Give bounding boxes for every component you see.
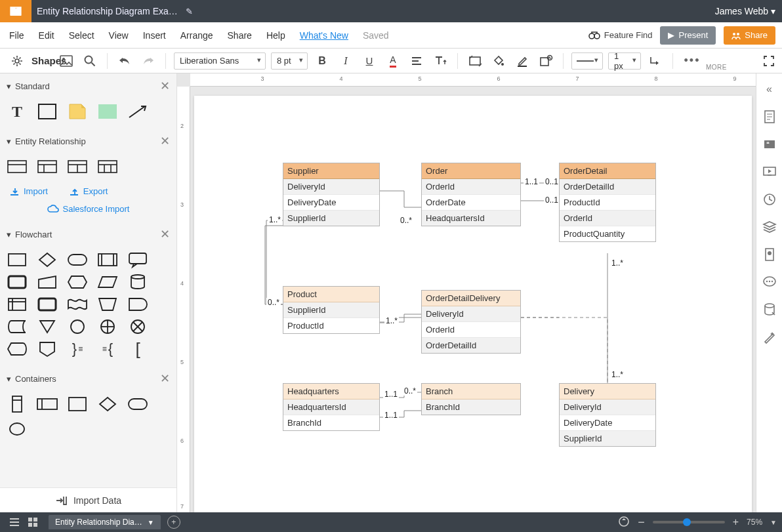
close-icon[interactable]: ✕ — [160, 227, 170, 241]
entity-order[interactable]: Order OrderId OrderDate HeadquartersId — [421, 163, 521, 226]
section-flowchart[interactable]: ▾ Flowchart✕ — [0, 222, 176, 247]
panel-page-icon[interactable] — [763, 110, 776, 123]
shape-er-1[interactable] — [7, 159, 28, 174]
fc-parallelogram[interactable] — [97, 274, 118, 290]
entity-delivery[interactable]: Delivery DeliveryId DeliveryDate Supplie… — [559, 383, 656, 447]
menu-file[interactable]: File — [9, 30, 24, 41]
menu-help[interactable]: Help — [266, 30, 285, 41]
cont-1[interactable] — [7, 396, 28, 412]
panel-history-icon[interactable] — [763, 193, 776, 206]
text-color-icon[interactable]: A — [384, 52, 402, 70]
fc-brace-close[interactable]: }≡ — [67, 341, 88, 357]
font-size-select[interactable]: 8 pt — [271, 52, 308, 70]
fc-or[interactable] — [97, 319, 118, 335]
fc-diamond[interactable] — [37, 252, 58, 268]
collapse-right-icon[interactable]: « — [763, 83, 776, 96]
fc-brace-open[interactable]: ≡{ — [97, 341, 118, 357]
zoom-level[interactable]: 75% — [747, 518, 762, 527]
entity-headquarters[interactable]: Headquarters HeadquartersId BranchId — [283, 383, 380, 431]
image-icon[interactable] — [57, 52, 75, 70]
rename-icon[interactable]: ✎ — [186, 7, 193, 16]
import-data-button[interactable]: Import Data — [0, 487, 176, 512]
fc-predef[interactable] — [97, 252, 118, 268]
shape-er-2[interactable] — [37, 159, 58, 174]
fc-callout[interactable] — [127, 252, 148, 268]
fc-delay[interactable] — [127, 297, 148, 312]
panel-present-icon[interactable] — [763, 165, 776, 178]
er-salesforce-import[interactable]: Salesforce Import — [0, 201, 176, 222]
bold-icon[interactable]: B — [313, 52, 331, 70]
shape-arrow[interactable] — [127, 104, 148, 119]
panel-layers-icon[interactable] — [763, 220, 776, 234]
border-color-icon[interactable] — [513, 52, 531, 70]
add-page-button[interactable]: + — [167, 516, 180, 529]
shape-er-3[interactable] — [67, 159, 88, 174]
fc-rect[interactable] — [7, 252, 28, 268]
menu-insert[interactable]: Insert — [143, 30, 166, 41]
shape-note[interactable] — [67, 104, 88, 119]
panel-data-icon[interactable] — [763, 248, 776, 261]
undo-icon[interactable] — [115, 52, 134, 70]
shape-er-4[interactable] — [97, 159, 118, 174]
fc-hexagon[interactable] — [67, 274, 88, 290]
footer-grid-icon[interactable] — [24, 513, 42, 531]
panel-magic-icon[interactable] — [763, 331, 776, 344]
search-icon[interactable] — [81, 52, 99, 70]
menu-edit[interactable]: Edit — [39, 30, 54, 41]
shape-text[interactable]: T — [7, 104, 28, 119]
entity-odd[interactable]: OrderDetailDelivery DeliveryId OrderId O… — [421, 290, 521, 354]
font-family-select[interactable]: Liberation Sans — [174, 52, 266, 70]
document-title[interactable]: Entity Relationship Diagram Exa… — [37, 6, 178, 16]
cont-5[interactable] — [127, 396, 148, 412]
fc-internal[interactable] — [7, 297, 28, 312]
section-standard[interactable]: ▾ Standard✕ — [0, 73, 176, 98]
shape-options-icon[interactable] — [537, 52, 555, 70]
line-width-select[interactable]: 1 px — [608, 52, 641, 70]
fc-rrect-bold[interactable] — [7, 274, 28, 290]
section-containers[interactable]: ▾ Containers✕ — [0, 366, 176, 391]
fc-rrect2[interactable] — [37, 297, 58, 312]
er-export[interactable]: Export — [69, 186, 108, 196]
section-entity-relationship[interactable]: ▾ Entity Relationship✕ — [0, 129, 176, 153]
fc-display[interactable] — [7, 341, 28, 357]
shape-rectangle[interactable] — [37, 104, 58, 119]
align-icon[interactable] — [407, 52, 426, 70]
zoom-in-button[interactable]: + — [733, 516, 739, 528]
fc-stored[interactable] — [7, 319, 28, 335]
more-icon[interactable]: ••• — [681, 52, 703, 70]
shape-rect-icon[interactable] — [466, 52, 484, 70]
cont-2[interactable] — [37, 396, 58, 412]
close-icon[interactable]: ✕ — [160, 371, 170, 386]
fc-manual-op[interactable] — [97, 297, 118, 312]
entity-orderdetail[interactable]: OrderDetail OrderDetailId ProductId Orde… — [559, 163, 656, 242]
redo-icon[interactable] — [139, 52, 157, 70]
italic-icon[interactable]: I — [337, 52, 355, 70]
feature-find[interactable]: Feature Find — [588, 30, 653, 40]
gear-icon[interactable] — [8, 52, 26, 70]
close-icon[interactable]: ✕ — [160, 134, 170, 148]
menu-select[interactable]: Select — [69, 30, 94, 41]
panel-comments-icon[interactable]: ❝ — [763, 138, 776, 151]
fc-connector[interactable] — [67, 319, 88, 335]
entity-branch[interactable]: Branch BranchId — [421, 383, 521, 415]
entity-product[interactable]: Product SupplierId ProductId — [283, 286, 380, 334]
cont-6[interactable] — [7, 421, 28, 437]
fc-brace-left[interactable]: [ — [127, 341, 148, 357]
sync-icon[interactable] — [618, 516, 630, 529]
entity-supplier[interactable]: Supplier DeliveryId DeliveryDate Supplie… — [283, 163, 380, 226]
app-logo[interactable] — [0, 0, 31, 22]
fc-tape[interactable] — [67, 297, 88, 312]
er-import[interactable]: Import — [9, 186, 48, 196]
fc-terminator[interactable] — [67, 252, 88, 268]
fc-sum[interactable] — [127, 319, 148, 335]
user-menu[interactable]: James Webb ▾ — [715, 6, 775, 16]
footer-list-icon[interactable] — [5, 513, 24, 531]
menu-share[interactable]: Share — [228, 30, 252, 41]
share-button[interactable]: Share — [724, 26, 775, 45]
fullscreen-icon[interactable] — [760, 52, 778, 70]
line-options-icon[interactable] — [646, 52, 665, 70]
line-style-select[interactable] — [571, 52, 603, 70]
page-tab[interactable]: Entity Relationship Dia… ▼ — [49, 515, 161, 529]
fc-merge[interactable] — [37, 319, 58, 335]
menu-arrange[interactable]: Arrange — [180, 30, 213, 41]
